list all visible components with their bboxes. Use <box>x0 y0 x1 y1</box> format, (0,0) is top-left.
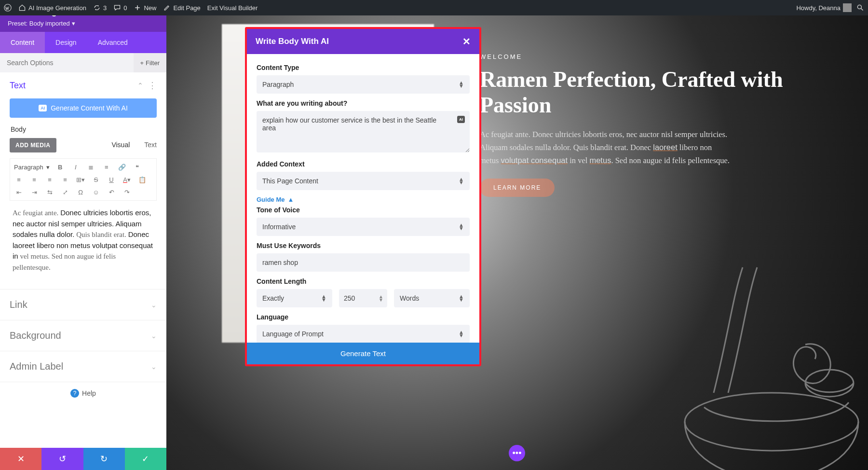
close-icon[interactable]: ✕ <box>462 36 471 47</box>
sidebar-footer: ✕ ↺ ↻ ✓ <box>0 448 166 470</box>
search-input[interactable] <box>0 53 134 72</box>
ul-icon[interactable]: ≣ <box>86 163 96 171</box>
align-left-icon[interactable]: ≡ <box>14 175 24 184</box>
guide-me-toggle[interactable]: Guide Me ▲ <box>257 196 470 203</box>
search-row: +Filter <box>0 53 166 72</box>
body-editor[interactable]: Ac feugiat ante. Donec ultricies loborti… <box>10 201 157 279</box>
align-right-icon[interactable]: ≡ <box>45 175 54 184</box>
generate-text-button[interactable]: Generate Text <box>247 343 479 364</box>
tone-select[interactable]: Informative▲▼ <box>257 218 470 236</box>
site-name-link[interactable]: AI Image Generation <box>18 4 86 12</box>
ol-icon[interactable]: ≡ <box>102 163 111 171</box>
tab-advanced[interactable]: Advanced <box>87 32 138 53</box>
chevron-up-icon[interactable]: ⌃ <box>137 82 143 89</box>
search-icon[interactable] <box>856 4 864 12</box>
indent-left-icon[interactable]: ⇤ <box>14 188 24 196</box>
help-icon: ? <box>70 389 79 398</box>
keywords-label: Must Use Keywords <box>257 242 470 249</box>
close-button[interactable]: ✕ <box>0 448 41 470</box>
tone-label: Tone of Voice <box>257 206 470 214</box>
underline-icon[interactable]: U <box>107 175 116 184</box>
content-type-select[interactable]: Paragraph▲▼ <box>257 75 470 94</box>
avatar <box>843 3 852 12</box>
generate-content-ai-button[interactable]: AIGenerate Content With AI <box>10 98 157 118</box>
italic-icon[interactable]: I <box>71 163 81 171</box>
preset-dropdown[interactable]: Preset: Body imported ▾ <box>8 20 159 27</box>
indent-right-icon[interactable]: ⇥ <box>29 188 39 196</box>
tab-design[interactable]: Design <box>45 32 87 53</box>
rte-toolbar: Paragraph ▾ B I ≣ ≡ 🔗 ❝ ≡ ≡ ≡ ≡ ⊞▾ S U A… <box>10 158 157 201</box>
length-unit-select[interactable]: Words▲▼ <box>394 289 470 307</box>
context-select[interactable]: This Page Content▲▼ <box>257 172 470 190</box>
modal-title: Write Body With AI <box>256 37 329 46</box>
fullscreen-icon[interactable]: ⤢ <box>60 188 70 196</box>
link-section[interactable]: Link⌄ <box>0 289 166 320</box>
tab-content[interactable]: Content <box>0 32 45 53</box>
about-textarea[interactable] <box>257 111 470 152</box>
wp-admin-bar: AI Image Generation 3 0 New Edit Page Ex… <box>0 0 868 15</box>
learn-more-button[interactable]: LEARN MORE <box>480 179 555 197</box>
keywords-input[interactable] <box>257 253 470 272</box>
link-icon[interactable]: 🔗 <box>117 163 127 171</box>
format-select[interactable]: Paragraph ▾ <box>14 164 50 171</box>
svg-point-0 <box>4 4 11 11</box>
exit-visual-builder-link[interactable]: Exit Visual Builder <box>207 4 258 12</box>
align-justify-icon[interactable]: ≡ <box>60 175 70 184</box>
divi-floating-menu-button[interactable]: ••• <box>509 445 525 461</box>
comments-link[interactable]: 0 <box>113 4 127 12</box>
modal-header: Write Body With AI ✕ <box>247 29 479 54</box>
add-media-button[interactable]: ADD MEDIA <box>10 138 56 152</box>
undo-button[interactable]: ↺ <box>41 448 83 470</box>
align-center-icon[interactable]: ≡ <box>29 175 39 184</box>
ai-badge-icon: AI <box>39 105 47 111</box>
admin-label-section[interactable]: Admin Label⌄ <box>0 351 166 382</box>
howdy-link[interactable]: Howdy, Deanna <box>796 3 852 12</box>
about-label: What are you writing about? <box>257 99 470 107</box>
section-more-icon[interactable]: ⋮ <box>148 80 157 91</box>
help-link[interactable]: ?Help <box>0 382 166 404</box>
settings-sidebar: Text Settings Preset: Body imported ▾ ⋮ … <box>0 0 166 470</box>
strike-icon[interactable]: S <box>91 175 101 184</box>
ramen-doodle-icon <box>646 248 868 470</box>
redo-button[interactable]: ↻ <box>83 448 125 470</box>
language-select[interactable]: Language of Prompt▲▼ <box>257 325 470 343</box>
hero-heading: Ramen Perfection, Crafted with Passion <box>480 67 849 118</box>
plus-icon: + <box>140 59 144 67</box>
background-section[interactable]: Background⌄ <box>0 320 166 351</box>
triangle-up-icon: ▲ <box>288 196 294 203</box>
hero-paragraph: Ac feugiat ante. Donec ultricies loborti… <box>480 128 731 167</box>
svg-point-1 <box>857 5 861 9</box>
wp-logo-icon[interactable] <box>4 4 12 12</box>
language-label: Language <box>257 313 470 321</box>
omega-icon[interactable]: Ω <box>76 188 85 196</box>
edit-page-link[interactable]: Edit Page <box>163 4 200 12</box>
paste-icon[interactable]: 📋 <box>137 175 147 184</box>
outdent-icon[interactable]: ⇆ <box>45 188 54 196</box>
emoji-icon[interactable]: ☺ <box>91 188 101 196</box>
new-link[interactable]: New <box>134 4 156 12</box>
undo-icon[interactable]: ↶ <box>107 188 116 196</box>
length-label: Content Length <box>257 277 470 285</box>
context-label: Added Context <box>257 160 470 168</box>
bold-icon[interactable]: B <box>55 163 65 171</box>
body-label: Body <box>11 125 156 133</box>
textcolor-icon[interactable]: A▾ <box>122 175 132 184</box>
chevron-down-icon: ⌄ <box>151 332 157 340</box>
filter-button[interactable]: +Filter <box>134 53 166 72</box>
hero-eyebrow: WELCOME <box>480 53 849 60</box>
updates-link[interactable]: 3 <box>93 4 107 12</box>
chevron-down-icon: ▾ <box>72 20 75 27</box>
visual-tab[interactable]: Visual <box>111 141 130 149</box>
quote-icon[interactable]: ❝ <box>133 163 142 171</box>
table-icon[interactable]: ⊞▾ <box>76 175 85 184</box>
content-type-label: Content Type <box>257 64 470 71</box>
length-mode-select[interactable]: Exactly▲▼ <box>257 289 332 307</box>
text-section-header[interactable]: Text ⌃⋮ <box>0 72 166 98</box>
sidebar-tabs: Content Design Advanced <box>0 32 166 53</box>
redo-icon[interactable]: ↷ <box>122 188 132 196</box>
text-tab[interactable]: Text <box>144 141 157 149</box>
chevron-down-icon: ⌄ <box>151 363 157 371</box>
ai-badge-icon[interactable]: AI <box>457 116 465 123</box>
save-button[interactable]: ✓ <box>125 448 166 470</box>
number-stepper-icon[interactable]: ▲▼ <box>379 295 383 302</box>
